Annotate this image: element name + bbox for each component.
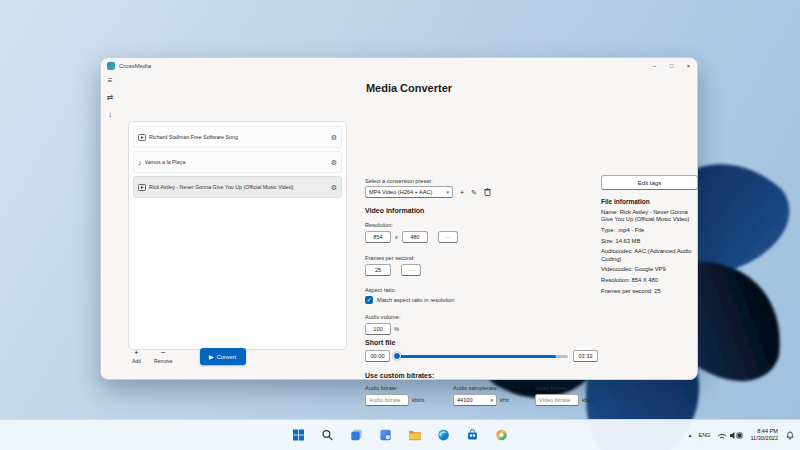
video-bitrate-unit: kbit/s bbox=[582, 397, 594, 403]
trim-start-thumb[interactable] bbox=[393, 352, 401, 360]
chevron-down-icon: ▾ bbox=[446, 189, 449, 195]
file-name: Vamos a la Playa bbox=[145, 159, 328, 165]
list-item[interactable]: Richard Stallman Free Software Song ⚙ bbox=[133, 126, 342, 148]
minimize-button[interactable]: – bbox=[646, 58, 663, 74]
tray-time: 8:44 PM bbox=[757, 428, 778, 435]
file-info-fps: Frames per second: 25 bbox=[601, 288, 698, 295]
network-volume-battery-icons[interactable] bbox=[717, 430, 743, 440]
start-button[interactable] bbox=[289, 425, 309, 445]
nav-rail: ≡ ⇄ ↓ bbox=[101, 74, 119, 379]
file-list: Richard Stallman Free Software Song ⚙ ♪ … bbox=[128, 121, 347, 350]
file-info-audiocodec: Audiocodec: AAC (Advanced Audio Coding) bbox=[601, 248, 698, 262]
audio-samplerate-dropdown[interactable]: 44100 ▾ bbox=[453, 394, 497, 406]
notification-bell-icon[interactable] bbox=[785, 430, 795, 440]
file-info-type: Type: .mp4 - File bbox=[601, 227, 698, 234]
video-bitrate-input[interactable]: Video bitrate bbox=[535, 394, 579, 406]
music-file-icon: ♪ bbox=[138, 159, 142, 166]
edit-tags-button[interactable]: Edit tags bbox=[601, 175, 698, 190]
file-name: Richard Stallman Free Software Song bbox=[149, 134, 328, 140]
convert-button[interactable]: ▶ Convert bbox=[200, 348, 246, 365]
video-file-icon bbox=[138, 134, 146, 141]
short-file-heading: Short file bbox=[365, 339, 395, 346]
task-view-icon[interactable] bbox=[347, 425, 367, 445]
trim-end-value[interactable]: 03:32 bbox=[573, 350, 598, 362]
app-icon bbox=[107, 62, 115, 70]
remove-file-button[interactable]: − Remove bbox=[154, 349, 173, 364]
file-info-resolution: Resolution: 854 X 480 bbox=[601, 277, 698, 284]
page-title: Media Converter bbox=[119, 82, 699, 94]
audio-volume-label: Audio volume: bbox=[365, 314, 400, 320]
file-name: Rick Astley - Never Gonna Give You Up (O… bbox=[149, 184, 328, 190]
audio-volume-input[interactable]: 100 bbox=[365, 323, 391, 335]
file-info-heading: File information bbox=[601, 198, 698, 205]
aspect-ratio-checkbox-label: Match aspect ratio in resolution bbox=[377, 297, 454, 303]
titlebar[interactable]: CrossMedia – □ × bbox=[101, 58, 697, 74]
play-icon: ▶ bbox=[209, 354, 214, 360]
search-icon[interactable] bbox=[318, 425, 338, 445]
preset-label: Select a conversion preset: bbox=[365, 178, 432, 184]
trim-start-value[interactable]: 00:00 bbox=[365, 350, 390, 362]
app-window: CrossMedia – □ × ≡ ⇄ ↓ Media Converter R… bbox=[100, 57, 698, 380]
language-indicator[interactable]: ENG bbox=[698, 432, 710, 438]
resolution-height-input[interactable]: 480 bbox=[402, 231, 428, 243]
custom-bitrates-heading: Use custom bitrates: bbox=[365, 372, 434, 379]
percent-sign: % bbox=[394, 326, 399, 332]
edit-preset-button[interactable]: ✎ bbox=[471, 189, 477, 196]
list-item-selected[interactable]: Rick Astley - Never Gonna Give You Up (O… bbox=[133, 176, 342, 198]
add-preset-button[interactable]: + bbox=[460, 189, 464, 196]
chevron-down-icon: ▾ bbox=[490, 397, 493, 403]
file-explorer-icon[interactable] bbox=[405, 425, 425, 445]
nav-download-icon[interactable]: ↓ bbox=[108, 111, 112, 119]
plus-icon: + bbox=[134, 349, 139, 357]
clock[interactable]: 8:44 PM 11/30/2022 bbox=[750, 428, 778, 442]
file-actions: + Add − Remove ▶ Convert bbox=[128, 348, 351, 365]
file-settings-gear-icon[interactable]: ⚙ bbox=[331, 184, 337, 191]
taskbar: ▴ ENG 8:44 PM 11/30/2022 bbox=[0, 419, 800, 450]
video-bitrate-label: Video bitrate: bbox=[535, 385, 568, 391]
audio-bitrate-input[interactable]: Audio bitrate bbox=[365, 394, 409, 406]
close-button[interactable]: × bbox=[680, 58, 697, 74]
nav-converter-icon[interactable]: ⇄ bbox=[107, 94, 114, 102]
preset-dropdown[interactable]: MP4 Video (H264 + AAC) ▾ bbox=[365, 186, 453, 198]
widgets-icon[interactable] bbox=[376, 425, 396, 445]
resolution-label: Resolution: bbox=[365, 222, 393, 228]
minus-icon: − bbox=[161, 349, 166, 357]
audio-samplerate-unit: kHz bbox=[500, 397, 509, 403]
check-icon: ✓ bbox=[366, 297, 371, 303]
file-info-panel: Edit tags File information Name: Rick As… bbox=[601, 175, 698, 299]
hamburger-icon[interactable]: ≡ bbox=[108, 77, 113, 85]
resolution-width-input[interactable]: 854 bbox=[365, 231, 391, 243]
app-title: CrossMedia bbox=[119, 63, 151, 69]
file-settings-gear-icon[interactable]: ⚙ bbox=[331, 159, 337, 166]
file-info-name: Name: Rick Astley - Never Gonna Give You… bbox=[601, 209, 698, 223]
audio-bitrate-unit: kbit/s bbox=[412, 397, 424, 403]
tray-chevron-up-icon[interactable]: ▴ bbox=[689, 432, 692, 438]
audio-samplerate-label: Audio samplerate: bbox=[453, 385, 498, 391]
video-file-icon bbox=[138, 184, 146, 191]
resolution-stepper[interactable]: ⋯ bbox=[438, 231, 458, 243]
aspect-ratio-label: Aspect ratio: bbox=[365, 287, 396, 293]
file-settings-gear-icon[interactable]: ⚙ bbox=[331, 134, 337, 141]
list-item[interactable]: ♪ Vamos a la Playa ⚙ bbox=[133, 151, 342, 173]
add-file-button[interactable]: + Add bbox=[132, 349, 141, 364]
fps-input[interactable]: 25 bbox=[365, 264, 391, 276]
trim-range-slider[interactable] bbox=[395, 350, 568, 362]
maximize-button[interactable]: □ bbox=[663, 58, 680, 74]
file-info-size: Size: 14.63 MB bbox=[601, 238, 698, 245]
video-info-heading: Video information bbox=[365, 207, 424, 214]
delete-preset-button[interactable] bbox=[484, 188, 491, 196]
edge-icon[interactable] bbox=[434, 425, 454, 445]
fps-stepper[interactable]: ⋯ bbox=[401, 264, 421, 276]
fps-label: Frames per second: bbox=[365, 255, 415, 261]
aspect-ratio-checkbox[interactable]: ✓ bbox=[365, 296, 373, 304]
store-icon[interactable] bbox=[463, 425, 483, 445]
desktop: CrossMedia – □ × ≡ ⇄ ↓ Media Converter R… bbox=[0, 0, 800, 450]
audio-bitrate-label: Audio bitrate: bbox=[365, 385, 398, 391]
tray-date: 11/30/2022 bbox=[750, 435, 778, 442]
file-info-videocodec: Videocodec: Google VP9 bbox=[601, 266, 698, 273]
photos-icon[interactable] bbox=[492, 425, 512, 445]
